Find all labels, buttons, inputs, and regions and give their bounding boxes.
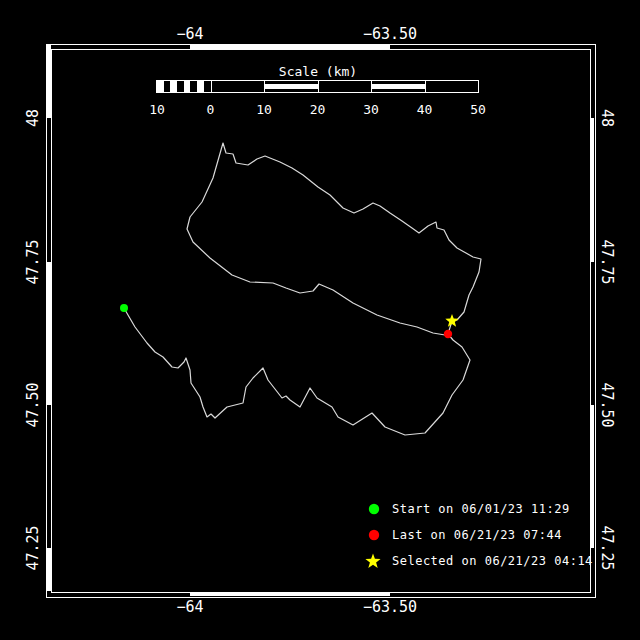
legend-dot-icon (360, 524, 388, 546)
start-marker[interactable] (120, 304, 128, 312)
map-plot: −64−63.50−64−63.504847.7547.5047.254847.… (0, 0, 640, 640)
trajectory-path (124, 143, 481, 435)
legend-dot-icon (360, 498, 388, 520)
trajectory-layer (0, 0, 640, 640)
legend-marker-shape (369, 530, 379, 540)
last-marker[interactable] (444, 330, 452, 338)
selected-marker[interactable] (445, 314, 458, 327)
legend-label: Start on 06/01/23 11:29 (392, 502, 570, 516)
legend-marker-shape (365, 554, 380, 569)
legend-marker-shape (369, 504, 379, 514)
legend-star-icon (360, 550, 388, 572)
legend-label: Last on 06/21/23 07:44 (392, 528, 562, 542)
legend-label: Selected on 06/21/23 04:14 (392, 554, 593, 568)
